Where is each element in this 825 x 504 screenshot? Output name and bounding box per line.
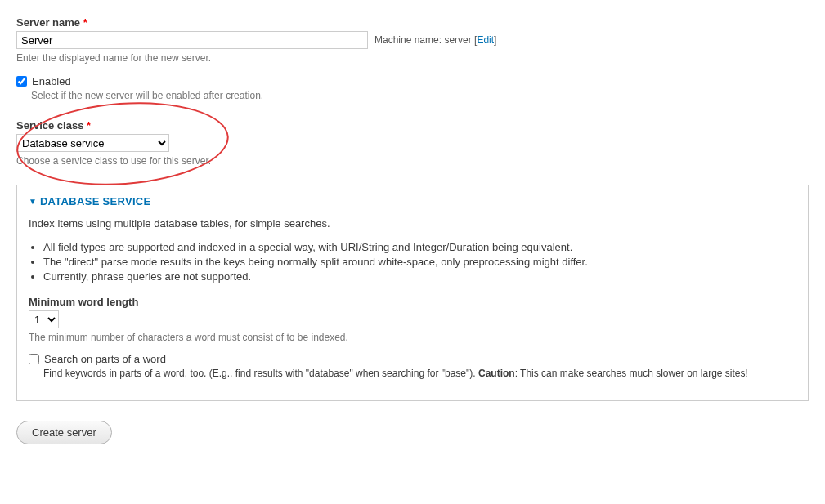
machine-name-display: Machine name: server [Edit]: [374, 34, 496, 46]
partial-search-label: Search on parts of a word: [44, 353, 166, 365]
fieldset-bullet-list: All field types are supported and indexe…: [43, 241, 796, 283]
database-service-fieldset: ▼ Database Service Index items using mul…: [16, 185, 809, 401]
min-word-description: The minimum number of characters a word …: [29, 332, 796, 343]
service-class-description: Choose a service class to use for this s…: [16, 155, 809, 167]
create-server-button[interactable]: Create server: [16, 421, 112, 444]
list-item: Currently, phrase queries are not suppor…: [43, 270, 796, 283]
server-name-field: Server name * Machine name: server [Edit…: [16, 16, 809, 64]
fieldset-title: Database Service: [40, 195, 151, 207]
server-name-label-text: Server name: [16, 16, 80, 29]
min-word-field: Minimum word length 1 The minimum number…: [29, 296, 796, 343]
enabled-checkbox[interactable]: [16, 76, 27, 87]
enabled-label: Enabled: [32, 75, 71, 87]
service-class-label-text: Service class: [16, 119, 83, 132]
service-class-select[interactable]: Database service: [16, 134, 169, 152]
partial-search-field: Search on parts of a word Find keywords …: [29, 353, 796, 379]
partial-desc-prefix: Find keywords in parts of a word, too. (…: [43, 368, 478, 379]
min-word-select[interactable]: 1: [29, 310, 59, 328]
fieldset-intro: Index items using multiple database tabl…: [29, 217, 796, 230]
disclosure-down-icon: ▼: [29, 197, 37, 206]
server-name-description: Enter the displayed name for the new ser…: [16, 52, 809, 64]
partial-caution-label: Caution: [478, 368, 515, 379]
service-class-field: Service class * Database service Choose …: [16, 119, 809, 167]
machine-name-edit-link[interactable]: Edit: [477, 34, 494, 46]
server-name-input[interactable]: [16, 31, 368, 49]
enabled-field: Enabled Select if the new server will be…: [16, 75, 809, 101]
list-item: The "direct" parse mode results in the k…: [43, 256, 796, 268]
machine-name-value: server: [444, 34, 471, 46]
partial-desc-suffix: : This can make searches much slower on …: [515, 368, 748, 379]
server-name-label: Server name *: [16, 16, 809, 29]
machine-name-prefix: Machine name:: [374, 34, 442, 46]
required-marker-icon: *: [87, 119, 91, 132]
partial-search-description: Find keywords in parts of a word, too. (…: [43, 368, 796, 379]
enabled-description: Select if the new server will be enabled…: [31, 90, 809, 101]
service-class-label: Service class *: [16, 119, 809, 132]
required-marker-icon: *: [83, 16, 87, 29]
min-word-label: Minimum word length: [29, 296, 796, 308]
fieldset-legend[interactable]: ▼ Database Service: [29, 195, 796, 207]
list-item: All field types are supported and indexe…: [43, 241, 796, 253]
partial-search-checkbox[interactable]: [29, 354, 39, 364]
